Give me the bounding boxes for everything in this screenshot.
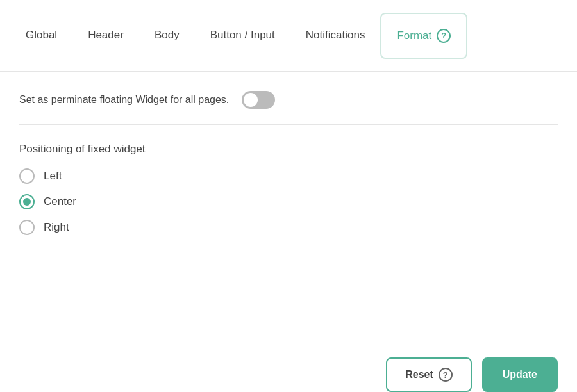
reset-label: Reset xyxy=(405,369,433,380)
tab-global[interactable]: Global xyxy=(19,1,72,72)
radio-left[interactable]: Left xyxy=(19,168,558,184)
button-row: Reset ? Update xyxy=(0,357,577,392)
radio-circle-right xyxy=(19,220,35,235)
radio-label-center: Center xyxy=(44,195,76,208)
content-area: Set as perminate floating Widget for all… xyxy=(0,72,577,332)
positioning-label: Positioning of fixed widget xyxy=(19,143,558,156)
page-container: Global Header Body Button / Input Notifi… xyxy=(0,0,577,392)
radio-circle-left xyxy=(19,168,35,184)
update-button[interactable]: Update xyxy=(482,357,558,392)
radio-center[interactable]: Center xyxy=(19,194,558,209)
tab-notifications[interactable]: Notifications xyxy=(290,1,381,72)
toggle-label: Set as perminate floating Widget for all… xyxy=(19,94,229,106)
tab-bar: Global Header Body Button / Input Notifi… xyxy=(0,0,577,72)
positioning-radio-group: Left Center Right xyxy=(19,168,558,235)
section-divider xyxy=(19,124,558,125)
floating-widget-toggle[interactable] xyxy=(242,91,275,109)
radio-label-left: Left xyxy=(44,170,62,183)
tab-format-label: Format xyxy=(397,29,431,42)
tab-body[interactable]: Body xyxy=(139,1,195,72)
tab-format[interactable]: Format ? xyxy=(380,13,467,59)
radio-circle-center xyxy=(19,194,35,209)
positioning-section: Positioning of fixed widget Left Center … xyxy=(19,143,558,235)
radio-right[interactable]: Right xyxy=(19,220,558,235)
toggle-slider xyxy=(242,91,275,109)
tab-header[interactable]: Header xyxy=(72,1,139,72)
format-help-icon[interactable]: ? xyxy=(437,29,451,43)
reset-button[interactable]: Reset ? xyxy=(386,357,472,392)
tab-button-input[interactable]: Button / Input xyxy=(195,1,290,72)
radio-label-right: Right xyxy=(44,221,69,234)
toggle-row: Set as perminate floating Widget for all… xyxy=(19,91,558,109)
reset-help-icon: ? xyxy=(439,368,453,382)
